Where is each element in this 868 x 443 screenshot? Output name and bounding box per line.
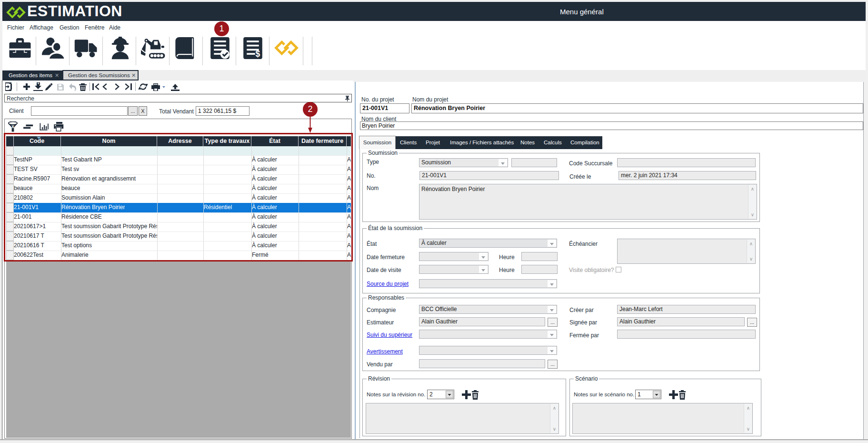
svg-text:x: x bbox=[11, 124, 14, 129]
svg-text:+: + bbox=[37, 82, 39, 85]
svg-text:$: $ bbox=[255, 49, 260, 59]
